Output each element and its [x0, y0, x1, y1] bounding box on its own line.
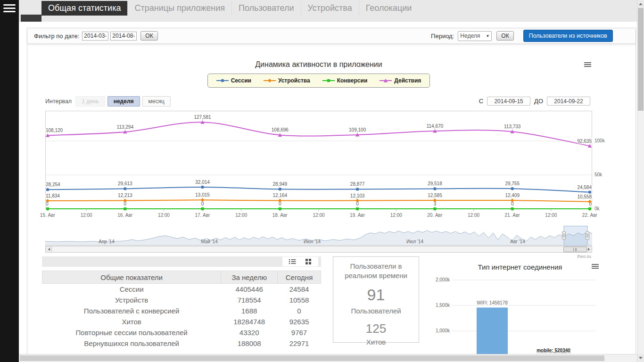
range-from-input[interactable] — [487, 97, 530, 106]
range-to-input[interactable] — [547, 97, 590, 106]
legend-item-sessions[interactable]: Сессии — [216, 77, 251, 84]
conn-y-axis: 2,000k1,500k1,000k500k — [436, 277, 595, 359]
data-label: 28,949 — [273, 181, 288, 187]
navigator-selected-range[interactable] — [564, 226, 587, 246]
connection-chart-title: Тип интернет соединения — [438, 263, 603, 272]
realtime-title: Пользователи в реальном времени — [337, 262, 415, 280]
date-to-input[interactable] — [110, 32, 137, 41]
table-cell: 9767 — [278, 327, 321, 338]
svg-text:12:00: 12:00 — [235, 213, 247, 218]
table-cell: Сессии — [42, 284, 221, 295]
svg-text:18. Авг: 18. Авг — [272, 213, 288, 218]
navigator-scrollbar-thumb[interactable] — [563, 247, 587, 252]
navigator-chart[interactable]: Апр '14Май '14Июн '14Июл '14Авг '14 — [45, 226, 592, 246]
connection-chart-menu-icon[interactable] — [592, 264, 599, 270]
scroll-up-button[interactable] — [637, 0, 644, 8]
table-cell: 22971 — [278, 338, 321, 349]
table-row: Вернувшихся пользователей18800822971 — [42, 338, 321, 349]
arrow-right-icon — [588, 248, 591, 251]
svg-text:2,000k: 2,000k — [436, 277, 450, 282]
date-ok-button[interactable]: ОК — [140, 31, 157, 41]
data-label: 12,585 — [428, 193, 442, 198]
horizontal-scrollbar-thumb[interactable] — [20, 355, 604, 361]
table-cell: 92635 — [278, 316, 321, 327]
scroll-left-button[interactable] — [45, 246, 52, 253]
navigator-handle[interactable] — [586, 231, 589, 239]
table-header-2: Сегодня — [278, 271, 321, 284]
scroll-down-button[interactable] — [637, 354, 644, 362]
sources-button[interactable]: Пользователи из источников — [523, 30, 613, 42]
interval-button-month[interactable]: месяц — [142, 96, 171, 107]
legend-item-conversions[interactable]: Конверсии — [322, 77, 368, 84]
interval-buttons: 1 деньнеделямесяц — [75, 96, 173, 107]
tab-pages[interactable]: Страницы приложения — [127, 1, 231, 16]
data-label: 108,696 — [272, 127, 289, 132]
legend-marker-icon — [322, 78, 335, 83]
data-label: 12,164 — [273, 193, 288, 198]
tab-devices[interactable]: Устройства — [301, 1, 359, 16]
realtime-users-label: Пользователей — [337, 307, 415, 315]
realtime-users-value: 91 — [337, 286, 415, 304]
svg-text:Июн '14: Июн '14 — [304, 239, 321, 244]
data-label: 12,213 — [118, 193, 132, 198]
activity-legend: СессииУстройстваКонверсииДействия — [207, 74, 430, 88]
tab-users[interactable]: Пользователи — [231, 1, 300, 16]
svg-text:12:00: 12:00 — [313, 213, 324, 218]
svg-text:Май '14: Май '14 — [201, 239, 218, 244]
period-select[interactable]: Неделя ▼ — [458, 31, 492, 41]
table-cell: Повторные сессии пользователей — [42, 327, 221, 338]
tab-strip-corner — [21, 15, 41, 22]
table-header-1: За неделю — [221, 271, 278, 284]
chart-menu-icon[interactable] — [584, 62, 591, 68]
svg-text:50k: 50k — [594, 172, 603, 177]
bar-label: mobile: 520340 — [537, 348, 570, 353]
activity-chart-title: Динамика активности в приложении — [45, 60, 592, 70]
data-label: 28,254 — [46, 182, 60, 187]
legend-marker-icon — [216, 78, 229, 83]
svg-text:21. Авг: 21. Авг — [505, 213, 520, 218]
table-cell: Пользователей с конверсией — [42, 305, 221, 316]
data-label: 108,120 — [46, 128, 63, 133]
tab-general[interactable]: Общая статистика — [41, 1, 127, 16]
svg-text:15. Авг: 15. Авг — [40, 213, 56, 218]
realtime-hits-label: Хитов — [337, 338, 415, 346]
svg-text:19. Авг: 19. Авг — [350, 213, 365, 218]
data-label: 109,100 — [349, 127, 366, 132]
interval-button-day[interactable]: 1 день — [75, 96, 105, 107]
data-label: 29,755 — [505, 181, 520, 186]
period-select-value: Неделя — [460, 33, 480, 39]
connection-chart: Тип интернет соединения 2,000k1,500k1,00… — [438, 256, 603, 362]
navigator-handle[interactable] — [562, 231, 566, 239]
summary-table-block: Общие показателиЗа неделюСегодня Сессии4… — [42, 256, 321, 349]
data-label: 12,103 — [350, 193, 365, 198]
svg-text:20. Авг: 20. Авг — [427, 213, 443, 218]
grid-view-icon — [305, 259, 311, 264]
data-label: 24,584 — [577, 185, 592, 190]
activity-plot: 100k50k0k15. Авг12:0016. Авг12:0017. Авг… — [45, 111, 592, 220]
list-view-button[interactable] — [286, 258, 298, 265]
vertical-scrollbar-thumb[interactable] — [638, 8, 644, 111]
legend-item-devices[interactable]: Устройства — [264, 77, 310, 84]
svg-text:1,500k: 1,500k — [436, 303, 450, 308]
period-ok-button[interactable]: ОК — [496, 31, 513, 41]
data-label: 12,409 — [505, 193, 520, 198]
table-cell: Вернувшихся пользователей — [42, 338, 221, 349]
legend-marker-icon — [264, 78, 276, 83]
navigator-scrollbar-track[interactable] — [52, 246, 586, 253]
svg-text:12:00: 12:00 — [468, 213, 479, 218]
filter-bar: Фильтр по дате: ОК Период: Неделя ▼ ОК П… — [27, 28, 636, 44]
interval-button-week[interactable]: неделя — [107, 96, 140, 107]
svg-text:100k: 100k — [594, 138, 605, 143]
legend-item-actions[interactable]: Действия — [380, 77, 421, 84]
arrow-up-icon — [639, 1, 643, 5]
vertical-scrollbar — [637, 0, 644, 362]
bar-WIFI[interactable]: WIFI: 1458178 — [477, 300, 508, 362]
grid-view-button[interactable] — [302, 258, 314, 265]
bar-label: WIFI: 1458178 — [477, 300, 508, 305]
date-from-input[interactable] — [82, 32, 108, 41]
menu-icon[interactable] — [3, 4, 16, 12]
tab-geo[interactable]: Геолокации — [359, 1, 419, 16]
data-label: 10,558 — [577, 194, 592, 199]
realtime-hits-value: 125 — [337, 321, 415, 336]
svg-text:Июл '14: Июл '14 — [406, 239, 424, 244]
